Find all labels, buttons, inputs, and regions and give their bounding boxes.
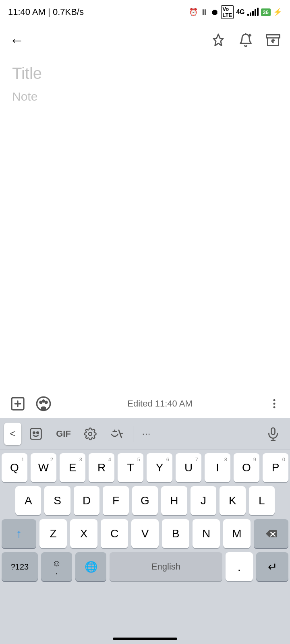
key-row-2: A S D F G H J K L xyxy=(2,486,288,515)
bottom-info-bar: Edited 11:40 AM xyxy=(0,389,290,418)
key-globe[interactable]: 🌐 xyxy=(75,552,106,581)
key-o[interactable]: O9 xyxy=(234,453,259,482)
key-d[interactable]: D xyxy=(74,486,99,515)
pin-button[interactable] xyxy=(211,33,226,47)
key-p[interactable]: P0 xyxy=(263,453,288,482)
note-area: Title Note xyxy=(0,56,290,111)
bottom-info-left xyxy=(10,396,52,412)
back-button[interactable]: ← xyxy=(10,32,24,49)
keyboard-keys: Q1 W2 E3 R4 T5 Y6 U7 I8 O9 P0 A S D F G … xyxy=(0,450,290,581)
note-body-placeholder[interactable]: Note xyxy=(12,90,278,103)
keyboard-translate-button[interactable] xyxy=(104,423,130,445)
key-a[interactable]: A xyxy=(15,486,41,515)
charging-icon: ⚡ xyxy=(273,8,282,17)
status-icons: ⏰ ⏸ ⏺ VoLTE 4G 36 ⚡ xyxy=(189,5,282,19)
keyboard-mic-button[interactable] xyxy=(260,423,286,445)
keyboard-settings-button[interactable] xyxy=(78,423,102,445)
more-options-button[interactable] xyxy=(268,398,280,410)
key-row-4: ?123 ☺ , 🌐 English . ↵ xyxy=(2,552,288,581)
reminder-button[interactable] xyxy=(238,33,253,47)
edited-timestamp: Edited 11:40 AM xyxy=(127,398,192,409)
key-g[interactable]: G xyxy=(132,486,158,515)
svg-point-9 xyxy=(40,401,42,403)
top-bar-right xyxy=(211,33,280,47)
key-u[interactable]: U7 xyxy=(176,453,201,482)
keyboard-toolbar: < GIF ··· xyxy=(0,418,290,450)
battery-icon: 36 xyxy=(261,8,271,16)
key-enter[interactable]: ↵ xyxy=(256,552,288,581)
svg-point-13 xyxy=(273,402,275,405)
archive-button[interactable] xyxy=(266,33,280,47)
key-x[interactable]: X xyxy=(70,519,97,548)
key-w[interactable]: W2 xyxy=(31,453,56,482)
key-space[interactable]: English xyxy=(110,552,222,581)
status-time: 11:40 AM | 0.7KB/s xyxy=(8,7,84,17)
key-emoji[interactable]: ☺ , xyxy=(41,552,72,581)
key-h[interactable]: H xyxy=(161,486,187,515)
signal-bars xyxy=(247,8,259,16)
key-t[interactable]: T5 xyxy=(118,453,143,482)
svg-rect-15 xyxy=(31,428,41,439)
key-k[interactable]: K xyxy=(220,486,245,515)
key-backspace[interactable] xyxy=(254,519,288,548)
key-l[interactable]: L xyxy=(249,486,275,515)
keyboard-sticker-button[interactable] xyxy=(23,423,49,445)
key-r[interactable]: R4 xyxy=(89,453,114,482)
keyboard-more-button[interactable]: ··· xyxy=(137,423,156,445)
key-q[interactable]: Q1 xyxy=(2,453,27,482)
key-i[interactable]: I8 xyxy=(205,453,230,482)
key-c[interactable]: C xyxy=(101,519,128,548)
keyboard-gif-button[interactable]: GIF xyxy=(50,423,77,445)
note-title-placeholder[interactable]: Title xyxy=(12,64,278,83)
svg-rect-19 xyxy=(271,428,275,435)
status-bar: 11:40 AM | 0.7KB/s ⏰ ⏸ ⏺ VoLTE 4G 36 ⚡ xyxy=(0,0,290,24)
key-numbers[interactable]: ?123 xyxy=(2,552,38,581)
key-row-1: Q1 W2 E3 R4 T5 Y6 U7 I8 O9 P0 xyxy=(2,453,288,482)
keyboard: < GIF ··· xyxy=(0,418,290,644)
key-b[interactable]: B xyxy=(162,519,189,548)
palette-button[interactable] xyxy=(35,396,52,412)
4g-icon: 4G xyxy=(236,8,244,16)
key-f[interactable]: F xyxy=(103,486,128,515)
svg-point-14 xyxy=(273,406,275,408)
key-m[interactable]: M xyxy=(223,519,251,548)
key-row-3: ↑ Z X C V B N M xyxy=(2,519,288,548)
home-indicator xyxy=(113,638,177,640)
svg-point-10 xyxy=(43,400,45,402)
svg-point-12 xyxy=(273,399,275,401)
key-shift[interactable]: ↑ xyxy=(2,519,36,548)
headphones2-icon: ⏺ xyxy=(211,8,219,17)
add-content-button[interactable] xyxy=(10,396,26,412)
key-y[interactable]: Y6 xyxy=(147,453,172,482)
toolbar-divider xyxy=(133,426,133,442)
key-e[interactable]: E3 xyxy=(60,453,85,482)
headphones-icon: ⏸ xyxy=(200,8,208,17)
key-v[interactable]: V xyxy=(131,519,159,548)
key-j[interactable]: J xyxy=(191,486,216,515)
svg-point-11 xyxy=(45,401,47,403)
svg-point-17 xyxy=(37,431,39,433)
svg-point-18 xyxy=(89,432,92,436)
key-z[interactable]: Z xyxy=(39,519,67,548)
top-bar: ← xyxy=(0,24,290,56)
key-s[interactable]: S xyxy=(44,486,70,515)
key-n[interactable]: N xyxy=(193,519,220,548)
top-bar-left: ← xyxy=(10,32,24,49)
keyboard-back-button[interactable]: < xyxy=(4,423,21,445)
volte-icon: VoLTE xyxy=(221,5,234,19)
alarm-icon: ⏰ xyxy=(189,8,198,17)
svg-rect-3 xyxy=(267,35,280,38)
svg-point-16 xyxy=(33,431,35,433)
key-dot[interactable]: . xyxy=(226,552,253,581)
